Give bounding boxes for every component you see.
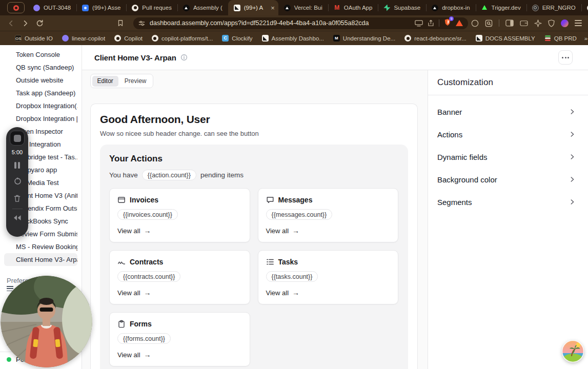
gmail-icon: M — [334, 5, 340, 11]
tab-comparing[interactable]: Comparing — [581, 0, 588, 15]
bookmark-clockify[interactable]: C Clockify — [218, 33, 256, 43]
customization-item-dynamic-fields[interactable]: Dynamic fields — [428, 146, 588, 168]
forward-button[interactable] — [19, 17, 31, 29]
sidebar-item-task-app[interactable]: Task app (Sandeep) — [4, 87, 77, 99]
sidebar-item-client-home-arpan[interactable]: Client Home V3- Arpan — [4, 253, 77, 266]
island-sticker-icon[interactable] — [561, 340, 584, 363]
tab-label: dropbox-in — [442, 5, 470, 11]
sidebar-item-outside-website[interactable]: Outside website — [4, 74, 77, 87]
arrow-right-icon: → — [144, 289, 151, 297]
bookmark-assembly-dashboard[interactable]: Assembly Dashbo... — [258, 33, 328, 43]
address-bar[interactable]: dashboard.assembly.com/apps?id=df5221d9-… — [133, 17, 468, 29]
invoice-icon — [117, 196, 126, 204]
bookmark-outside-io[interactable]: OS Outside IO — [11, 33, 56, 43]
bookmark-copilot-platforms[interactable]: copilot-platforms/t... — [148, 33, 216, 43]
tab-editor[interactable]: Editor — [92, 76, 118, 87]
brave-shield-icon[interactable]: 9 — [444, 18, 451, 28]
customization-item-actions[interactable]: Actions — [428, 123, 588, 146]
reload-button[interactable] — [34, 17, 45, 29]
wallet-icon[interactable] — [520, 20, 528, 27]
bookmark-understanding[interactable]: M Understanding De... — [330, 33, 399, 43]
pause-recording-button[interactable] — [14, 162, 20, 169]
back-button[interactable] — [5, 17, 16, 29]
tab-label: (99+) A — [244, 5, 263, 11]
tab-assembly[interactable]: Assembly ( — [177, 0, 228, 15]
tab-vercel-build[interactable]: Vercel: Bui — [278, 0, 328, 15]
bookmark-label: QB PRD — [554, 35, 577, 42]
vpn-shield-icon[interactable] — [548, 19, 555, 27]
share-icon[interactable] — [428, 19, 434, 27]
bookmark-copilot[interactable]: Copilot — [111, 33, 146, 43]
rewards-sparkle-icon[interactable] — [534, 19, 542, 27]
customization-item-banner[interactable]: Banner — [428, 100, 588, 123]
customization-title: Customization — [437, 77, 579, 88]
stop-recording-button[interactable] — [10, 131, 25, 146]
tab-preview[interactable]: Preview — [119, 76, 152, 87]
checklist-icon — [266, 258, 274, 266]
leo-ai-icon[interactable] — [471, 19, 479, 27]
tab-label: Trigger.dev — [492, 5, 521, 11]
divider — [439, 19, 439, 27]
tab-pull-requests[interactable]: Pull reques — [126, 0, 177, 15]
chevron-right-icon — [569, 108, 576, 115]
tab-ngrok[interactable]: ERR_NGRO — [526, 0, 581, 15]
media-controls-icon[interactable] — [415, 20, 423, 27]
view-all-contracts-link[interactable]: View all → — [117, 289, 151, 297]
tab-dropbox[interactable]: dropbox-in — [426, 0, 475, 15]
sidebar-item-dropbox-2[interactable]: Dropbox Integration [... — [4, 112, 77, 125]
tab-supabase[interactable]: Supabase — [378, 0, 426, 15]
restart-recording-button[interactable] — [13, 177, 22, 186]
linear-icon — [33, 5, 40, 11]
brave-rewards-icon[interactable] — [456, 20, 463, 26]
view-all-forms-link[interactable]: View all → — [117, 351, 151, 359]
tab-linear[interactable]: OUT-3048 — [28, 0, 76, 15]
customization-item-segments[interactable]: Segments — [428, 191, 588, 213]
close-icon[interactable]: × — [271, 5, 275, 11]
bookmark-linear-copilot[interactable]: linear-copilot — [58, 33, 109, 43]
tab-trigger[interactable]: Trigger.dev — [476, 0, 526, 15]
profile-avatar[interactable] — [561, 19, 569, 27]
card-contracts: Contracts {{contracts.count}} View all → — [109, 250, 250, 304]
bookmarks-overflow-button[interactable]: » — [582, 34, 588, 43]
item-label: Actions — [437, 130, 462, 139]
sidebar-item-qb-sync[interactable]: QB sync (Sandeep) — [4, 61, 77, 74]
tab-app[interactable]: (99+) Asse — [76, 0, 126, 15]
tab-active-dashboard[interactable]: (99+) A × — [228, 0, 278, 15]
bookmark-react-debounce[interactable]: react-debounce/sr... — [401, 33, 470, 43]
bookmark-icon[interactable] — [115, 17, 126, 29]
view-all-tasks-link[interactable]: View all → — [266, 289, 300, 297]
sidebar-item-dropbox-1[interactable]: Dropbox Integration(... — [4, 99, 77, 112]
card-title: Forms — [130, 320, 152, 328]
customization-item-background-color[interactable]: Background color — [428, 168, 588, 191]
assembly-icon — [262, 35, 269, 42]
search-tabs-icon[interactable] — [485, 19, 493, 27]
view-all-label: View all — [117, 289, 140, 297]
bookmark-docs-assembly[interactable]: DOCS ASSEMBLY — [472, 33, 539, 43]
sidebar-item-ms-review-booking[interactable]: MS - Review Booking... — [4, 240, 77, 253]
view-all-messages-link[interactable]: View all → — [266, 227, 300, 235]
info-icon[interactable] — [180, 54, 188, 61]
pending-suffix: pending items — [200, 171, 244, 179]
tab-oauth[interactable]: M OAuth App — [328, 0, 378, 15]
view-all-invoices-link[interactable]: View all → — [117, 227, 151, 235]
webcam-bubble[interactable] — [1, 276, 92, 367]
medium-icon: M — [333, 35, 340, 42]
divider — [12, 209, 23, 209]
sidebar-toggle-icon[interactable] — [505, 19, 514, 27]
site-settings-icon[interactable] — [138, 20, 145, 27]
sidebar-item-token-console[interactable]: Token Console — [4, 48, 77, 61]
menu-icon[interactable] — [575, 20, 582, 26]
stop-icon — [14, 135, 21, 142]
more-options-button[interactable] — [558, 50, 573, 65]
url-text[interactable]: dashboard.assembly.com/apps?id=df5221d9-… — [150, 19, 410, 27]
delete-recording-button[interactable] — [13, 194, 21, 202]
rewind-button[interactable] — [13, 215, 22, 221]
arrow-right-icon: → — [292, 227, 299, 235]
item-label: Banner — [437, 108, 462, 116]
tab-strip: OUT-3048 (99+) Asse Pull reques Assembly… — [0, 0, 588, 15]
main-body: Editor Preview Good Afternoon, User Wow … — [82, 70, 588, 369]
github-icon — [132, 5, 138, 11]
bookmark-qb-prd[interactable]: QB PRD — [541, 33, 580, 43]
card-count-badge: {{tasks.count}} — [266, 271, 318, 282]
tab-recording-indicator[interactable] — [7, 2, 25, 13]
